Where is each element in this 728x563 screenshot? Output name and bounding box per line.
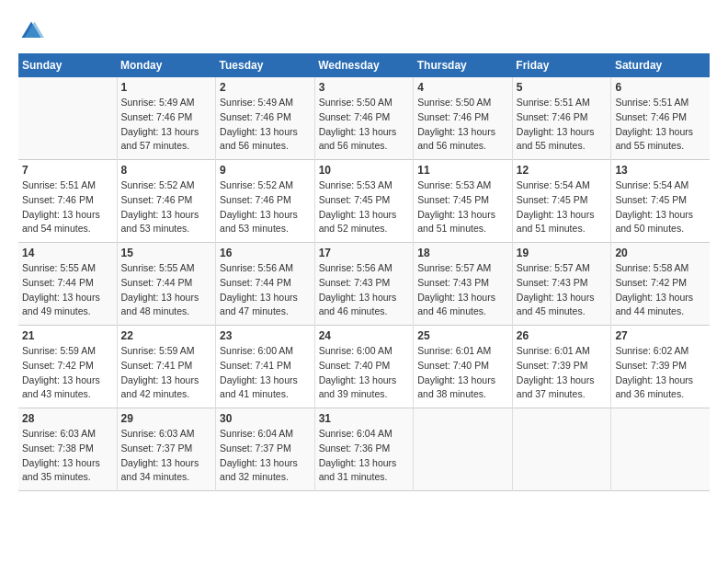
- day-cell: 23Sunrise: 6:00 AMSunset: 7:41 PMDayligh…: [216, 326, 315, 408]
- day-info: Sunrise: 5:56 AMSunset: 7:44 PMDaylight:…: [220, 261, 311, 319]
- day-number: 3: [319, 81, 410, 94]
- day-cell: 7Sunrise: 5:51 AMSunset: 7:46 PMDaylight…: [18, 160, 117, 243]
- day-info: Sunrise: 5:54 AMSunset: 7:45 PMDaylight:…: [517, 178, 608, 236]
- day-number: 11: [417, 164, 508, 177]
- day-number: 19: [517, 247, 608, 259]
- day-cell: 31Sunrise: 6:04 AMSunset: 7:36 PMDayligh…: [314, 408, 414, 491]
- day-cell: 5Sunrise: 5:51 AMSunset: 7:46 PMDaylight…: [512, 77, 611, 160]
- day-number: 10: [319, 164, 410, 177]
- day-info: Sunrise: 6:03 AMSunset: 7:38 PMDaylight:…: [22, 427, 113, 485]
- day-info: Sunrise: 6:00 AMSunset: 7:41 PMDaylight:…: [220, 344, 311, 402]
- day-cell: 13Sunrise: 5:54 AMSunset: 7:45 PMDayligh…: [611, 160, 710, 243]
- day-cell: 21Sunrise: 5:59 AMSunset: 7:42 PMDayligh…: [18, 326, 117, 408]
- day-cell: 3Sunrise: 5:50 AMSunset: 7:46 PMDaylight…: [314, 77, 414, 160]
- day-cell: 11Sunrise: 5:53 AMSunset: 7:45 PMDayligh…: [414, 160, 513, 243]
- day-cell: [512, 408, 611, 491]
- day-info: Sunrise: 5:56 AMSunset: 7:43 PMDaylight:…: [319, 261, 410, 319]
- day-cell: 27Sunrise: 6:02 AMSunset: 7:39 PMDayligh…: [611, 326, 710, 408]
- header-thursday: Thursday: [414, 53, 513, 77]
- day-info: Sunrise: 5:59 AMSunset: 7:42 PMDaylight:…: [22, 344, 113, 402]
- day-info: Sunrise: 5:55 AMSunset: 7:44 PMDaylight:…: [22, 261, 113, 319]
- day-number: 12: [517, 164, 608, 177]
- day-info: Sunrise: 6:04 AMSunset: 7:37 PMDaylight:…: [220, 427, 311, 485]
- day-number: 17: [319, 247, 410, 259]
- header-friday: Friday: [512, 53, 611, 77]
- day-cell: 4Sunrise: 5:50 AMSunset: 7:46 PMDaylight…: [414, 77, 513, 160]
- header: [18, 18, 710, 44]
- day-cell: 18Sunrise: 5:57 AMSunset: 7:43 PMDayligh…: [414, 243, 513, 326]
- day-info: Sunrise: 6:02 AMSunset: 7:39 PMDaylight:…: [615, 344, 706, 402]
- day-info: Sunrise: 6:01 AMSunset: 7:40 PMDaylight:…: [417, 344, 508, 402]
- day-info: Sunrise: 6:04 AMSunset: 7:36 PMDaylight:…: [319, 427, 410, 485]
- day-number: 6: [615, 81, 706, 94]
- day-number: 31: [319, 412, 410, 425]
- day-info: Sunrise: 5:49 AMSunset: 7:46 PMDaylight:…: [121, 96, 212, 154]
- day-number: 5: [517, 81, 608, 94]
- day-cell: 10Sunrise: 5:53 AMSunset: 7:45 PMDayligh…: [314, 160, 414, 243]
- day-number: 15: [121, 247, 212, 259]
- day-number: 27: [615, 329, 706, 342]
- day-cell: 12Sunrise: 5:54 AMSunset: 7:45 PMDayligh…: [512, 160, 611, 243]
- day-number: 16: [220, 247, 311, 259]
- day-info: Sunrise: 5:51 AMSunset: 7:46 PMDaylight:…: [22, 178, 113, 236]
- day-info: Sunrise: 6:01 AMSunset: 7:39 PMDaylight:…: [517, 344, 608, 402]
- day-cell: 28Sunrise: 6:03 AMSunset: 7:38 PMDayligh…: [18, 408, 117, 491]
- day-number: 2: [220, 81, 311, 94]
- day-number: 25: [417, 329, 508, 342]
- day-cell: 1Sunrise: 5:49 AMSunset: 7:46 PMDaylight…: [117, 77, 216, 160]
- day-info: Sunrise: 5:50 AMSunset: 7:46 PMDaylight:…: [417, 96, 508, 154]
- day-info: Sunrise: 6:03 AMSunset: 7:37 PMDaylight:…: [121, 427, 212, 485]
- day-info: Sunrise: 5:54 AMSunset: 7:45 PMDaylight:…: [615, 178, 706, 236]
- day-number: 22: [121, 329, 212, 342]
- day-number: 8: [121, 164, 212, 177]
- day-cell: 14Sunrise: 5:55 AMSunset: 7:44 PMDayligh…: [18, 243, 117, 326]
- day-cell: 22Sunrise: 5:59 AMSunset: 7:41 PMDayligh…: [117, 326, 216, 408]
- day-info: Sunrise: 5:53 AMSunset: 7:45 PMDaylight:…: [319, 178, 410, 236]
- header-sunday: Sunday: [18, 53, 117, 77]
- day-cell: [611, 408, 710, 491]
- header-row: SundayMondayTuesdayWednesdayThursdayFrid…: [18, 53, 710, 77]
- day-info: Sunrise: 5:55 AMSunset: 7:44 PMDaylight:…: [121, 261, 212, 319]
- day-cell: 24Sunrise: 6:00 AMSunset: 7:40 PMDayligh…: [314, 326, 414, 408]
- day-number: 29: [121, 412, 212, 425]
- day-cell: 26Sunrise: 6:01 AMSunset: 7:39 PMDayligh…: [512, 326, 611, 408]
- header-saturday: Saturday: [611, 53, 710, 77]
- day-info: Sunrise: 5:53 AMSunset: 7:45 PMDaylight:…: [417, 178, 508, 236]
- calendar-table: SundayMondayTuesdayWednesdayThursdayFrid…: [18, 53, 710, 491]
- day-number: 21: [22, 329, 113, 342]
- day-info: Sunrise: 5:52 AMSunset: 7:46 PMDaylight:…: [220, 178, 311, 236]
- day-info: Sunrise: 5:50 AMSunset: 7:46 PMDaylight:…: [319, 96, 410, 154]
- day-number: 1: [121, 81, 212, 94]
- day-number: 26: [517, 329, 608, 342]
- day-info: Sunrise: 5:51 AMSunset: 7:46 PMDaylight:…: [615, 96, 706, 154]
- day-info: Sunrise: 5:57 AMSunset: 7:43 PMDaylight:…: [417, 261, 508, 319]
- day-info: Sunrise: 5:57 AMSunset: 7:43 PMDaylight:…: [517, 261, 608, 319]
- day-cell: 17Sunrise: 5:56 AMSunset: 7:43 PMDayligh…: [314, 243, 414, 326]
- day-cell: [414, 408, 513, 491]
- day-cell: [18, 77, 117, 160]
- day-cell: 15Sunrise: 5:55 AMSunset: 7:44 PMDayligh…: [117, 243, 216, 326]
- day-cell: 19Sunrise: 5:57 AMSunset: 7:43 PMDayligh…: [512, 243, 611, 326]
- day-number: 7: [22, 164, 113, 177]
- week-row-2: 7Sunrise: 5:51 AMSunset: 7:46 PMDaylight…: [18, 160, 710, 243]
- day-cell: 29Sunrise: 6:03 AMSunset: 7:37 PMDayligh…: [117, 408, 216, 491]
- day-number: 24: [319, 329, 410, 342]
- day-cell: 30Sunrise: 6:04 AMSunset: 7:37 PMDayligh…: [216, 408, 315, 491]
- logo: [18, 18, 48, 44]
- week-row-4: 21Sunrise: 5:59 AMSunset: 7:42 PMDayligh…: [18, 326, 710, 408]
- logo-icon: [18, 18, 44, 44]
- day-number: 28: [22, 412, 113, 425]
- day-cell: 2Sunrise: 5:49 AMSunset: 7:46 PMDaylight…: [216, 77, 315, 160]
- header-wednesday: Wednesday: [314, 53, 414, 77]
- day-cell: 25Sunrise: 6:01 AMSunset: 7:40 PMDayligh…: [414, 326, 513, 408]
- day-info: Sunrise: 6:00 AMSunset: 7:40 PMDaylight:…: [319, 344, 410, 402]
- day-number: 9: [220, 164, 311, 177]
- week-row-3: 14Sunrise: 5:55 AMSunset: 7:44 PMDayligh…: [18, 243, 710, 326]
- day-number: 20: [615, 247, 706, 259]
- day-info: Sunrise: 5:51 AMSunset: 7:46 PMDaylight:…: [517, 96, 608, 154]
- day-number: 30: [220, 412, 311, 425]
- week-row-1: 1Sunrise: 5:49 AMSunset: 7:46 PMDaylight…: [18, 77, 710, 160]
- day-info: Sunrise: 5:49 AMSunset: 7:46 PMDaylight:…: [220, 96, 311, 154]
- day-info: Sunrise: 5:52 AMSunset: 7:46 PMDaylight:…: [121, 178, 212, 236]
- day-cell: 6Sunrise: 5:51 AMSunset: 7:46 PMDaylight…: [611, 77, 710, 160]
